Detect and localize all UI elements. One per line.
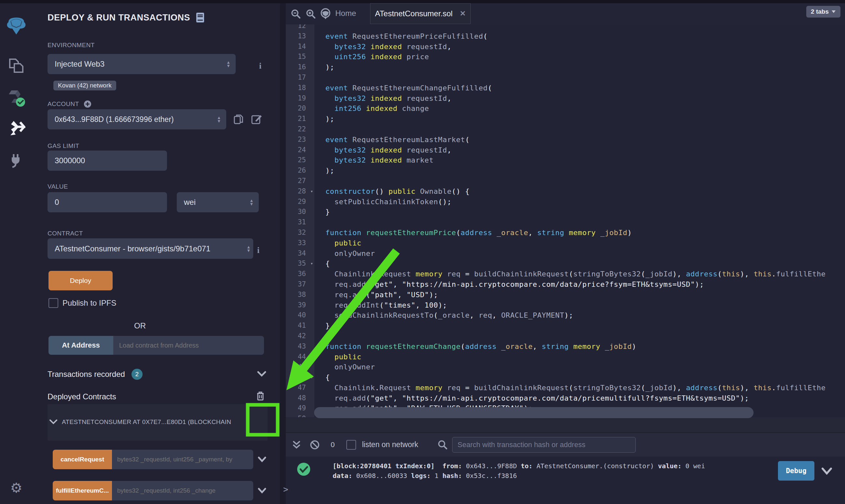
network-badge: Kovan (42) network: [53, 80, 116, 90]
copy-account-icon[interactable]: [234, 114, 244, 125]
code-line: [314, 217, 845, 228]
gas-limit-input[interactable]: [48, 150, 167, 171]
code-line: }: [314, 321, 845, 331]
transactions-chevron-icon[interactable]: [257, 371, 266, 377]
code-line: {: [314, 372, 845, 383]
code-line: bytes32 indexed market: [314, 155, 845, 165]
line-number: 35▾: [286, 258, 314, 269]
account-label: ACCOUNT: [48, 101, 79, 108]
listen-network-checkbox[interactable]: [346, 440, 356, 450]
code-line: [314, 24, 845, 31]
plugin-manager-icon[interactable]: [0, 151, 33, 168]
code-line: event RequestEthereumLastMarket(: [314, 134, 845, 145]
close-tab-icon[interactable]: ✕: [460, 10, 465, 18]
select-arrows-icon: ▲▼: [217, 116, 221, 123]
tab-atestnetconsumer[interactable]: ATestnetConsumer.sol ✕: [370, 3, 471, 24]
code-editor[interactable]: 1213141516171819202122232425262728▾29303…: [286, 24, 845, 417]
account-select[interactable]: 0x643...9F88D (1.666673996 ether) ▲▼: [48, 109, 226, 129]
line-number: 44: [286, 352, 314, 362]
code-line: public: [314, 352, 845, 362]
value-unit-select[interactable]: wei ▲▼: [177, 192, 259, 212]
home-tab-icon[interactable]: [320, 8, 331, 19]
tx-log-line1[interactable]: [block:20780401 txIndex:0] from: 0x643..…: [333, 461, 705, 471]
line-number: 25: [286, 155, 314, 165]
horizontal-scrollbar[interactable]: [314, 407, 754, 418]
settings-gear-icon[interactable]: ⚙: [0, 480, 33, 496]
tx-expand-chevron-icon[interactable]: [822, 468, 832, 475]
cancelRequest-expand-icon[interactable]: [258, 456, 266, 463]
instance-expand-chevron-icon[interactable]: [50, 419, 57, 425]
at-address-button[interactable]: At Address: [49, 336, 113, 355]
line-number: 33: [286, 238, 314, 248]
contract-select[interactable]: ATestnetConsumer - browser/gists/9b71e07…: [48, 238, 253, 259]
solidity-compiler-icon[interactable]: [0, 88, 33, 107]
line-number: 43: [286, 341, 314, 352]
deploy-button[interactable]: Deploy: [49, 271, 113, 290]
chevron-down-icon: [831, 10, 836, 13]
code-lines: event RequestEthereumPriceFulfilled( byt…: [314, 24, 845, 417]
environment-select[interactable]: Injected Web3 ▲▼: [48, 54, 236, 74]
fulfillEthereumChange-button[interactable]: fulfillEthereumC...: [53, 481, 112, 500]
cancelRequest-args-input[interactable]: [112, 450, 253, 469]
fold-icon[interactable]: ▾: [311, 372, 313, 383]
terminal-prompt[interactable]: >: [283, 485, 288, 494]
search-icon: [438, 440, 448, 450]
fulfillEthereumChange-args-input[interactable]: [112, 481, 253, 500]
fold-icon[interactable]: ▾: [311, 258, 313, 269]
line-number: 17: [286, 73, 314, 83]
panel-editor-separator[interactable]: [280, 3, 286, 504]
line-number: 15: [286, 52, 314, 62]
terminal-search-input[interactable]: [452, 437, 636, 453]
line-number: 48: [286, 393, 314, 403]
function-row: cancelRequest: [53, 450, 253, 469]
line-number: 38: [286, 290, 314, 300]
code-line: bytes32 indexed requestId,: [314, 42, 845, 52]
file-explorer-icon[interactable]: [0, 58, 33, 74]
clear-instances-trash-icon[interactable]: [256, 391, 265, 401]
line-number: 13: [286, 31, 314, 42]
instance-title[interactable]: ATESTNETCONSUMER AT 0X7E7...E80D1 (BLOCK…: [62, 418, 243, 426]
contract-instance-card: ATESTNETCONSUMER AT 0X7E7...E80D1 (BLOCK…: [48, 404, 268, 440]
tx-log-line2[interactable]: data: 0x608...60033 logs: 1 hash: 0x53c.…: [333, 471, 517, 481]
clear-console-icon[interactable]: [310, 440, 320, 450]
tabs-count-dropdown[interactable]: 2 tabs: [806, 6, 841, 18]
value-input[interactable]: [48, 192, 167, 212]
cancelRequest-button[interactable]: cancelRequest: [53, 450, 112, 469]
environment-info-icon[interactable]: i: [259, 61, 261, 71]
edit-account-icon[interactable]: [251, 114, 262, 125]
publish-ipfs-label: Publish to IPFS: [63, 299, 116, 308]
publish-ipfs-checkbox[interactable]: [49, 298, 58, 308]
at-address-input[interactable]: [113, 336, 264, 355]
gas-limit-label: GAS LIMIT: [48, 142, 80, 149]
code-line: Chainlink.Request memory req = buildChai…: [314, 383, 845, 393]
code-line: [314, 331, 845, 341]
deploy-run-icon[interactable]: [0, 120, 33, 137]
debug-button[interactable]: Debug: [778, 461, 814, 481]
line-number: 19: [286, 93, 314, 104]
expand-terminal-icon[interactable]: [292, 440, 301, 449]
code-line: req.add("get", "https://min-api.cryptoco…: [314, 279, 845, 290]
line-number: 16: [286, 62, 314, 73]
environment-label: ENVIRONMENT: [48, 42, 95, 49]
deployed-contracts-label: Deployed Contracts: [48, 392, 116, 401]
code-line: );: [314, 62, 845, 73]
code-line: function requestEthereumPrice(address _o…: [314, 228, 845, 238]
fold-icon[interactable]: ▾: [311, 186, 313, 197]
select-arrows-icon: ▲▼: [249, 199, 254, 206]
zoom-out-icon[interactable]: [291, 9, 301, 19]
line-number: 28▾: [286, 186, 314, 197]
gutter: 1213141516171819202122232425262728▾29303…: [286, 24, 314, 417]
line-number: 23: [286, 134, 314, 145]
remix-logo-icon[interactable]: [0, 16, 33, 36]
line-number: 37: [286, 279, 314, 290]
icon-rail: ⚙: [0, 3, 33, 504]
tab-home[interactable]: Home: [335, 9, 356, 18]
code-line: bytes32 indexed requestId,: [314, 93, 845, 104]
fulfillEthereumChange-expand-icon[interactable]: [258, 488, 266, 494]
code-line: req.addInt("times", 100);: [314, 300, 845, 310]
add-account-icon[interactable]: [84, 100, 91, 108]
line-number: 27: [286, 176, 314, 186]
line-number: 34: [286, 248, 314, 259]
contract-info-icon[interactable]: i: [257, 246, 259, 255]
zoom-in-icon[interactable]: [306, 9, 316, 19]
